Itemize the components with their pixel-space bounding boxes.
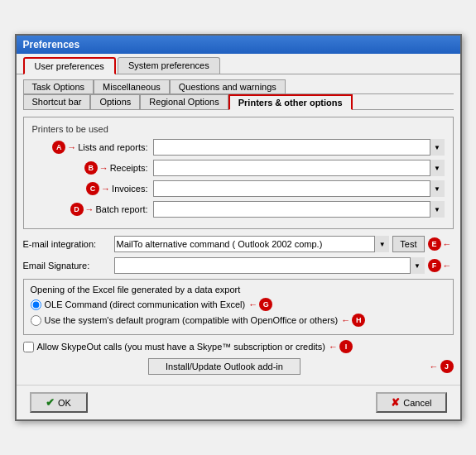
annotation-c: C [86,182,99,195]
test-button[interactable]: Test [392,236,424,252]
install-outlook-row: Install/Update Outlook add-in ← J [23,358,454,375]
skypeout-label: Allow SkypeOut calls (you must have a Sk… [37,342,325,352]
tab-miscellaneous[interactable]: Miscellaneous [94,79,170,93]
email-signature-row: Email Signature: ▼ F ← [23,257,454,274]
tab-system-preferences[interactable]: System preferences [118,57,220,74]
tab-options[interactable]: Options [90,94,140,109]
annotation-d: D [70,203,84,216]
tab-printers-other-options[interactable]: Printers & other options [228,94,353,110]
printers-section: Printers to be used A → Lists and report… [23,117,454,229]
ok-button[interactable]: ✔ OK [30,392,88,413]
annotation-a: A [52,141,65,154]
arrow-d: → [85,204,94,214]
invoices-dropdown-wrapper: ▼ [153,180,445,197]
skypeout-checkbox[interactable] [23,342,34,352]
annotation-h: H [352,314,365,327]
skypeout-row: Allow SkypeOut calls (you must have a Sk… [23,340,454,353]
excel-group: Opening of the Excel file generated by a… [23,279,454,335]
arrow-f: ← [443,261,452,271]
email-integration-dropdown-wrapper: MailTo alternative command ( Outlook 200… [114,236,390,252]
printers-section-label: Printers to be used [32,124,445,134]
dialog-titlebar: Preferences [17,36,460,54]
email-signature-dropdown[interactable] [114,257,425,274]
default-program-radio[interactable] [31,315,41,326]
batch-report-dropdown-wrapper: ▼ [153,201,445,218]
ok-check-icon: ✔ [46,396,55,409]
arrow-g: ← [248,299,257,309]
arrow-e: ← [443,239,452,249]
arrow-j: ← [430,362,439,371]
tab-regional-options[interactable]: Regional Options [140,94,228,109]
preferences-dialog: Preferences User preferences System pref… [15,34,462,421]
email-integration-label: E-mail integration: [23,239,114,249]
email-integration-dropdown[interactable]: MailTo alternative command ( Outlook 200… [114,236,390,252]
lists-reports-dropdown-wrapper: ▼ [153,139,445,156]
dialog-content: Task Options Miscellaneous Questions and… [17,74,460,385]
lists-and-reports-row: A → Lists and reports: ▼ [32,139,445,156]
excel-group-label: Opening of the Excel file generated by a… [31,285,446,295]
batch-report-label: Batch report: [96,204,148,214]
ok-label: OK [58,398,71,408]
receipts-dropdown-wrapper: ▼ [153,160,445,176]
arrow-a: → [67,142,76,152]
invoices-row: C → Invoices: ▼ [32,180,445,197]
bottom-bar: ✔ OK ✘ Cancel [17,385,460,419]
default-program-row: Use the system's default program (compat… [31,314,446,327]
invoices-dropdown[interactable] [153,180,445,197]
annotation-e: E [428,237,441,251]
top-tab-row: User preferences System preferences [17,54,460,74]
ole-command-row: OLE Command (direct communication with E… [31,298,446,311]
ole-command-label: OLE Command (direct communication with E… [45,299,246,309]
email-integration-row: E-mail integration: MailTo alternative c… [23,236,454,252]
annotation-i: I [339,340,353,353]
cancel-label: Cancel [403,398,431,408]
tab-user-preferences[interactable]: User preferences [23,57,116,74]
annotation-b: B [84,161,98,175]
annotation-f: F [428,259,441,272]
receipts-row: B → Receipts: ▼ [32,160,445,176]
batch-report-dropdown[interactable] [153,201,445,218]
tab-questions-warnings[interactable]: Questions and warnings [170,79,286,93]
ole-command-radio[interactable] [31,299,41,310]
annotation-g: G [259,298,272,311]
arrow-c: → [101,184,110,194]
lists-reports-dropdown[interactable] [153,139,445,156]
arrow-h: ← [341,315,350,325]
tab-shortcut-bar[interactable]: Shortcut bar [23,94,91,109]
cancel-button[interactable]: ✘ Cancel [376,392,446,413]
annotation-j: J [440,360,454,373]
arrow-i: ← [329,342,338,352]
default-program-label: Use the system's default program (compat… [45,315,339,325]
install-outlook-button[interactable]: Install/Update Outlook add-in [148,358,301,375]
tab-task-options[interactable]: Task Options [23,79,94,93]
batch-report-row: D → Batch report: ▼ [32,201,445,218]
arrow-b: → [99,163,108,173]
receipts-label: Receipts: [110,163,148,173]
cancel-x-icon: ✘ [391,396,400,409]
invoices-label: Invoices: [112,184,147,194]
dialog-title: Preferences [23,39,80,50]
email-signature-dropdown-wrapper: ▼ [114,257,425,274]
email-signature-label: Email Signature: [23,261,114,271]
lists-reports-label: Lists and reports: [78,142,147,152]
receipts-dropdown[interactable] [153,160,445,176]
